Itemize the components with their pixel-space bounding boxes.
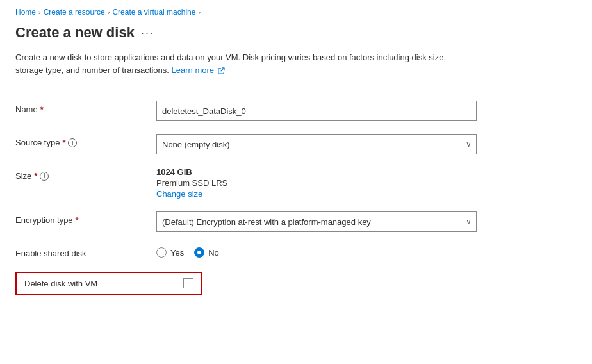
description-text: Create a new disk to store applications … bbox=[15, 53, 446, 75]
name-control bbox=[156, 101, 477, 121]
shared-disk-yes-option[interactable]: Yes bbox=[156, 247, 184, 258]
breadcrumb-home[interactable]: Home bbox=[15, 8, 36, 17]
shared-disk-radio-group: Yes No bbox=[156, 245, 477, 258]
encryption-select[interactable]: (Default) Encryption at-rest with a plat… bbox=[156, 211, 477, 232]
source-type-row: Source type * i None (empty disk) Snapsh… bbox=[15, 128, 561, 161]
delete-disk-label: Delete disk with VM bbox=[24, 279, 152, 288]
source-type-control: None (empty disk) Snapshot Storage blob … bbox=[156, 134, 477, 154]
size-control: 1024 GiB Premium SSD LRS Change size bbox=[156, 167, 477, 199]
encryption-row: Encryption type * (Default) Encryption a… bbox=[15, 205, 561, 238]
shared-disk-no-option[interactable]: No bbox=[194, 247, 219, 258]
source-type-select[interactable]: None (empty disk) Snapshot Storage blob … bbox=[156, 134, 477, 154]
size-label: Size * i bbox=[15, 167, 156, 181]
shared-disk-yes-radio[interactable] bbox=[156, 247, 167, 258]
name-row: Name * bbox=[15, 94, 561, 128]
source-type-select-wrapper: None (empty disk) Snapshot Storage blob … bbox=[156, 134, 477, 154]
shared-disk-no-label: No bbox=[208, 248, 219, 258]
learn-more-link[interactable]: Learn more bbox=[172, 65, 225, 75]
breadcrumb-sep-1: › bbox=[38, 8, 41, 16]
encryption-control: (Default) Encryption at-rest with a plat… bbox=[156, 211, 477, 232]
size-info-icon[interactable]: i bbox=[40, 172, 49, 181]
description-section: Create a new disk to store applications … bbox=[0, 51, 461, 89]
breadcrumb-create-resource[interactable]: Create a resource bbox=[44, 8, 105, 17]
source-type-label: Source type * i bbox=[15, 134, 156, 147]
encryption-label: Encryption type * bbox=[15, 211, 156, 225]
form-section: Name * Source type * i None (empty disk)… bbox=[0, 89, 577, 300]
shared-disk-no-radio[interactable] bbox=[194, 247, 204, 258]
shared-disk-yes-label: Yes bbox=[170, 248, 184, 258]
delete-disk-row: Delete disk with VM bbox=[15, 272, 202, 295]
shared-disk-no-dot bbox=[197, 251, 201, 254]
page-title: Create a new disk bbox=[15, 24, 135, 41]
size-gib-value: 1024 GiB bbox=[156, 167, 477, 177]
encryption-select-wrapper: (Default) Encryption at-rest with a plat… bbox=[156, 211, 477, 232]
size-required-star: * bbox=[34, 171, 37, 181]
name-label: Name * bbox=[15, 101, 156, 114]
breadcrumb-sep-3: › bbox=[198, 8, 201, 16]
shared-disk-label: Enable shared disk bbox=[15, 245, 156, 258]
encryption-required-star: * bbox=[76, 215, 79, 225]
breadcrumb: Home › Create a resource › Create a virt… bbox=[0, 0, 592, 21]
size-row: Size * i 1024 GiB Premium SSD LRS Change… bbox=[15, 161, 561, 205]
breadcrumb-create-vm[interactable]: Create a virtual machine bbox=[112, 8, 195, 17]
shared-disk-row: Enable shared disk Yes No bbox=[15, 238, 561, 267]
name-required-star: * bbox=[40, 104, 44, 114]
breadcrumb-sep-2: › bbox=[108, 8, 110, 16]
shared-disk-control: Yes No bbox=[156, 245, 477, 258]
source-type-info-icon[interactable]: i bbox=[68, 138, 77, 147]
name-input[interactable] bbox=[156, 101, 477, 121]
page-header: Create a new disk ··· bbox=[0, 21, 592, 51]
size-type-value: Premium SSD LRS bbox=[156, 178, 477, 188]
change-size-link[interactable]: Change size bbox=[156, 189, 477, 199]
source-type-required-star: * bbox=[62, 138, 65, 147]
external-link-icon bbox=[218, 67, 225, 74]
delete-disk-checkbox[interactable] bbox=[183, 278, 193, 288]
more-options-icon[interactable]: ··· bbox=[141, 26, 154, 40]
